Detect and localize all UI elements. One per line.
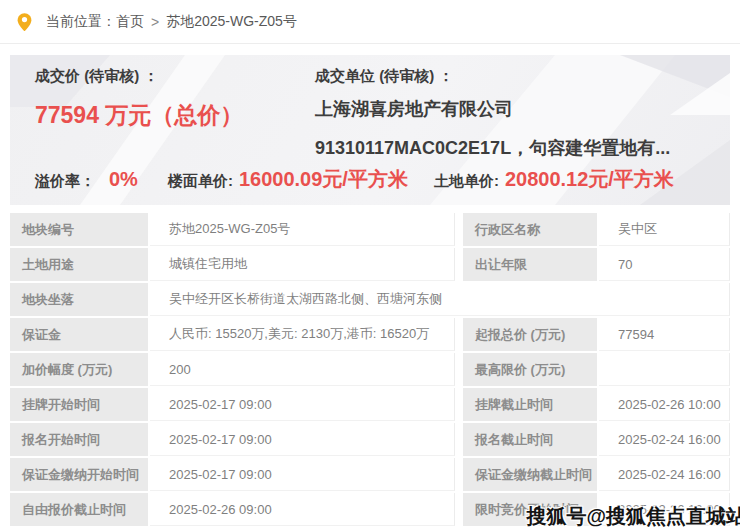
deal-price-label: 成交价 (待审核) ： [35, 67, 315, 85]
breadcrumb-bar: 当前位置： 首页 > 苏地2025-WG-Z05号 [0, 0, 740, 44]
row-value-2: 2025-02-26 10:00 [599, 388, 730, 421]
row-label-2: 起报总价 (万元) [463, 318, 597, 351]
deal-unit-company-line2: 91310117MAC0C2E17L，句容建华置地有... [315, 134, 720, 163]
row-value-1: 2025-02-26 09:00 [150, 493, 455, 526]
row-value-2: 2025-02-24 16:00 [599, 458, 730, 491]
table-row: 加价幅度 (万元)200最高限价 (万元) [10, 353, 730, 386]
row-label-2: 报名截止时间 [463, 423, 597, 456]
location-pin-icon [17, 12, 32, 32]
row-label-1: 加价幅度 (万元) [10, 353, 148, 386]
sohu-watermark: 搜狐号@搜狐焦点直城站 [526, 503, 740, 530]
breadcrumb-current-page: 苏地2025-WG-Z05号 [166, 13, 297, 31]
table-row: 地块坐落吴中经开区长桥街道太湖西路北侧、西塘河东侧 [10, 283, 730, 316]
row-value-2: 2025-02-24 16:00 [599, 423, 730, 456]
table-row: 地块编号苏地2025-WG-Z05号行政区名称吴中区 [10, 213, 730, 246]
row-label-1: 土地用途 [10, 248, 148, 281]
row-value-1: 城镇住宅用地 [150, 248, 455, 281]
row-label-2: 挂牌截止时间 [463, 388, 597, 421]
row-label-1: 地块编号 [10, 213, 148, 246]
table-row: 报名开始时间2025-02-17 09:00报名截止时间2025-02-24 1… [10, 423, 730, 456]
table-row: 挂牌开始时间2025-02-17 09:00挂牌截止时间2025-02-26 1… [10, 388, 730, 421]
row-value-1: 2025-02-17 09:00 [150, 388, 455, 421]
breadcrumb-location-label: 当前位置： [46, 13, 116, 31]
row-label-1: 保证金 [10, 318, 148, 351]
parcel-details-table: 地块编号苏地2025-WG-Z05号行政区名称吴中区土地用途城镇住宅用地出让年限… [10, 213, 730, 528]
row-value-1: 2025-02-17 09:00 [150, 458, 455, 491]
row-label-1: 地块坐落 [10, 283, 148, 316]
row-value-2 [599, 353, 730, 386]
row-value-1: 人民币: 15520万,美元: 2130万,港币: 16520万 [150, 318, 455, 351]
table-row: 保证金人民币: 15520万,美元: 2130万,港币: 16520万起报总价 … [10, 318, 730, 351]
deal-unit-label: 成交单位 (待审核) ： [315, 67, 720, 85]
premium-rate-value: 0% [109, 168, 138, 191]
row-value-1: 苏地2025-WG-Z05号 [150, 213, 455, 246]
floor-unit-price-value: 16000.09元/平方米 [239, 166, 408, 193]
row-label-2: 出让年限 [463, 248, 597, 281]
deal-unit-company-line1: 上海湖喜房地产有限公司 [315, 95, 720, 124]
row-label-2: 行政区名称 [463, 213, 597, 246]
table-row: 土地用途城镇住宅用地出让年限70 [10, 248, 730, 281]
land-unit-price-label: 土地单价: [434, 172, 499, 191]
row-value-1: 吴中经开区长桥街道太湖西路北侧、西塘河东侧 [150, 283, 730, 316]
panel-price-metrics-row: 溢价率： 0% 楼面单价: 16000.09元/平方米 土地单价: 20800.… [35, 166, 720, 193]
deal-unit-block: 成交单位 (待审核) ： 上海湖喜房地产有限公司 91310117MAC0C2E… [315, 67, 720, 163]
row-label-1: 自由报价截止时间 [10, 493, 148, 526]
row-value-2: 77594 [599, 318, 730, 351]
row-value-1: 200 [150, 353, 455, 386]
breadcrumb-separator: > [151, 14, 159, 30]
table-row: 保证金缴纳开始时间2025-02-17 09:00保证金缴纳截止时间2025-0… [10, 458, 730, 491]
floor-unit-price-label: 楼面单价: [168, 172, 233, 191]
row-label-1: 报名开始时间 [10, 423, 148, 456]
row-label-2: 最高限价 (万元) [463, 353, 597, 386]
premium-rate-label: 溢价率： [35, 172, 95, 191]
row-label-2: 保证金缴纳截止时间 [463, 458, 597, 491]
row-value-2: 70 [599, 248, 730, 281]
row-value-1: 2025-02-17 09:00 [150, 423, 455, 456]
breadcrumb-home-link[interactable]: 首页 [116, 13, 144, 31]
row-value-2: 吴中区 [599, 213, 730, 246]
deal-price-value: 77594 万元（总价） [35, 100, 315, 131]
row-label-1: 挂牌开始时间 [10, 388, 148, 421]
deal-summary-panel: 成交价 (待审核) ： 77594 万元（总价） 成交单位 (待审核) ： 上海… [10, 55, 730, 205]
land-unit-price-value: 20800.12元/平方米 [505, 166, 674, 193]
panel-top-section: 成交价 (待审核) ： 77594 万元（总价） 成交单位 (待审核) ： 上海… [35, 67, 720, 163]
deal-price-block: 成交价 (待审核) ： 77594 万元（总价） [35, 67, 315, 163]
row-label-1: 保证金缴纳开始时间 [10, 458, 148, 491]
